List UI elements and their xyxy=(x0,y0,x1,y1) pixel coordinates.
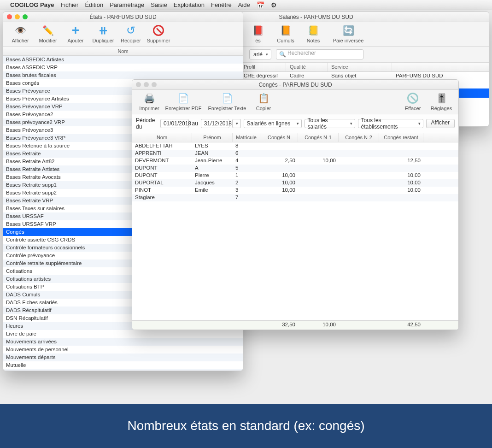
table-row[interactable]: DEVERMONTJean-Pierre42,5010,0012,50 xyxy=(132,157,458,165)
col-nom[interactable]: Nom xyxy=(132,133,192,142)
minimize-icon[interactable] xyxy=(144,82,149,87)
close-icon[interactable] xyxy=(7,14,12,19)
table-row[interactable]: DUPORTALJacques210,0010,00 xyxy=(132,179,458,187)
conges-dd-lines[interactable]: Salariés en lignes xyxy=(244,119,302,128)
list-item[interactable]: Bases brutes fiscales xyxy=(3,71,243,79)
conges-btn-effacer[interactable]: .forbidden[style*='9cc']::after{backgrou… xyxy=(399,92,426,111)
table-row[interactable]: APPRENTIJEAN6 xyxy=(132,150,458,157)
table-row[interactable]: PINOTEmile310,0010,00 xyxy=(132,187,458,194)
col-prenom[interactable]: Prénom xyxy=(192,133,233,142)
etats-list-header[interactable]: Nom xyxy=(3,47,243,56)
salaries-search-input[interactable]: 🔍Rechercher xyxy=(276,49,363,59)
list-item[interactable]: Mouvements de personnel xyxy=(3,346,243,354)
input-date-to[interactable]: 31/12/2018 xyxy=(201,119,230,128)
close-icon[interactable] xyxy=(136,82,141,87)
table-row[interactable]: DUPONTPierre110,0010,00 xyxy=(132,172,458,179)
note-icon: 📒 xyxy=(308,25,319,36)
menubar-app[interactable]: COGILOG Paye xyxy=(10,1,54,8)
salaries-tbtn-notes[interactable]: 📒Notes xyxy=(300,24,327,43)
undo-icon: ↺ xyxy=(123,24,138,37)
input-date-from[interactable]: 01/01/2018 xyxy=(160,119,189,128)
banner-text: Nombreux états en standard (ex: congés) xyxy=(127,419,364,433)
caption-banner: Nombreux états en standard (ex: congés) xyxy=(0,404,492,448)
menubar-item-exploitation[interactable]: Exploitation xyxy=(174,1,205,8)
calendar-icon[interactable]: 📅 xyxy=(257,1,264,9)
conges-dd-etab[interactable]: Tous les établissements xyxy=(358,119,423,128)
document-icon: 📄 xyxy=(178,93,189,104)
conges-params: Période du 01/01/2018 au 31/12/2018 Sala… xyxy=(132,114,458,133)
list-item[interactable]: Mouvements arrivées xyxy=(3,338,243,346)
label-periode: Période du xyxy=(136,117,158,130)
settings-switch-icon: 🎚️ xyxy=(436,93,447,104)
conges-toolbar: 🖨️Imprimer 📄Enregistrer PDF 📄Enregistrer… xyxy=(132,90,458,114)
conges-btn-reglages[interactable]: 🎚️Réglages xyxy=(428,92,455,111)
table-row[interactable]: ABDELFETTAHLYES8 xyxy=(132,142,458,150)
conges-titlebar[interactable]: Congés - PARFUMS DU SUD xyxy=(132,80,458,90)
double-plus-icon: ⧺ xyxy=(96,24,111,37)
conges-dd-salaries[interactable]: Tous les salariés xyxy=(305,119,355,128)
menubar-item-parametrage[interactable]: Paramétrage xyxy=(110,1,144,8)
salaries-tbtn-cumuls[interactable]: 📙Cumuls xyxy=(272,24,299,43)
list-item[interactable]: Mutuelle xyxy=(3,361,243,369)
clipboard-icon: 📋 xyxy=(258,93,269,104)
menubar-item-fichier[interactable]: Fichier xyxy=(60,1,78,8)
col-matricule[interactable]: Matricule xyxy=(233,133,260,142)
conges-btn-copier[interactable]: 📋Copier xyxy=(250,92,277,111)
pencil-icon: ✏️ xyxy=(42,25,54,36)
col-conges-n2[interactable]: Congés N-2 xyxy=(339,133,379,142)
menubar-item-edition[interactable]: Édition xyxy=(85,1,103,8)
cycle-icon: 🔄 xyxy=(343,25,354,36)
footer-total-n: 32,50 xyxy=(260,321,298,330)
etats-btn-ajouter[interactable]: +Ajouter xyxy=(62,24,89,43)
conges-btn-afficher[interactable]: Afficher xyxy=(426,119,455,128)
col-conges-restant[interactable]: Congés restant xyxy=(379,133,423,142)
zoom-icon[interactable] xyxy=(152,82,157,87)
conges-table-header: Nom Prénom Matricule Congés N Congés N-1… xyxy=(132,133,458,142)
zoom-icon[interactable] xyxy=(23,14,28,19)
salaries-tbtn-es[interactable]: 📕és xyxy=(245,24,271,43)
list-item[interactable]: Bases ASSEDIC VRP xyxy=(3,64,243,71)
salaries-filter-select[interactable]: arié xyxy=(249,49,271,59)
table-row[interactable]: DUPONTA5 xyxy=(132,165,458,172)
book-icon: 📙 xyxy=(280,25,292,36)
salaries-tbtn-paie-inversee[interactable]: 🔄Paie inversée xyxy=(328,24,369,43)
printer-icon: 🖨️ xyxy=(144,93,155,104)
col-conges-n[interactable]: Congés N xyxy=(260,133,298,142)
etats-title: États - PARFUMS DU SUD xyxy=(3,14,243,20)
system-menubar: COGILOG Paye Fichier Édition Paramétrage… xyxy=(0,0,492,10)
search-icon: 🔍 xyxy=(279,51,286,58)
document-text-icon: 📄 xyxy=(222,93,233,104)
conges-table-footer: 32,50 10,00 42,50 xyxy=(132,320,458,330)
list-item[interactable]: Mouvements départs xyxy=(3,354,243,361)
conges-history-dropdown[interactable] xyxy=(232,119,240,128)
col-profil[interactable]: Profil xyxy=(240,63,286,71)
label-au: au xyxy=(192,120,198,127)
gear-icon[interactable]: ⚙ xyxy=(271,1,277,9)
window-conges: Congés - PARFUMS DU SUD 🖨️Imprimer 📄Enre… xyxy=(132,79,459,330)
minimize-icon[interactable] xyxy=(15,14,20,19)
conges-btn-enregistrer-pdf[interactable]: 📄Enregistrer PDF xyxy=(163,92,204,111)
etats-titlebar[interactable]: États - PARFUMS DU SUD xyxy=(3,12,243,22)
etats-btn-modifier[interactable]: ✏️Modifier xyxy=(35,24,61,43)
col-service[interactable]: Service xyxy=(328,63,392,71)
etats-btn-afficher[interactable]: 👁️Afficher xyxy=(7,24,34,43)
list-item[interactable]: Mutuelle supp xyxy=(3,369,243,371)
list-item[interactable]: Livre de paie xyxy=(3,330,243,338)
menubar-item-aide[interactable]: Aide xyxy=(238,1,250,8)
conges-table-body[interactable]: ABDELFETTAHLYES8APPRENTIJEAN6DEVERMONTJe… xyxy=(132,142,458,320)
menubar-item-fenetre[interactable]: Fenêtre xyxy=(211,1,232,8)
list-item[interactable]: Bases ASSEDIC Artistes xyxy=(3,56,243,64)
col-conges-n1[interactable]: Congés N-1 xyxy=(298,133,339,142)
plus-icon: + xyxy=(68,24,83,37)
eye-icon: 👁️ xyxy=(15,25,26,36)
menubar-item-saisie[interactable]: Saisie xyxy=(151,1,167,8)
table-row[interactable]: Stagiare7 xyxy=(132,194,458,201)
conges-title: Congés - PARFUMS DU SUD xyxy=(132,82,458,88)
col-qualite[interactable]: Qualité xyxy=(286,63,328,71)
book-icon: 📕 xyxy=(252,25,264,36)
conges-btn-imprimer[interactable]: 🖨️Imprimer xyxy=(136,92,163,111)
etats-btn-dupliquer[interactable]: ⧺Dupliquer xyxy=(90,24,117,43)
conges-btn-enregistrer-texte[interactable]: 📄Enregistrer Texte xyxy=(204,92,250,111)
etats-btn-recopier[interactable]: ↺Recopier xyxy=(117,24,144,43)
etats-btn-supprimer[interactable]: Supprimer xyxy=(145,24,172,43)
